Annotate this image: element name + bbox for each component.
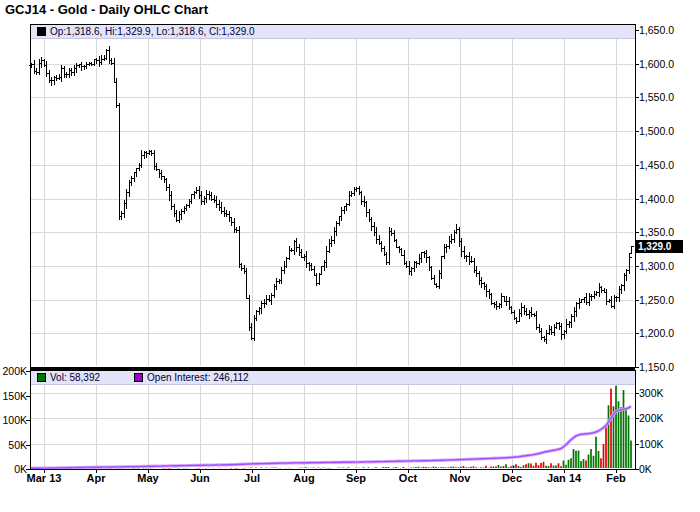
ohlc-legend-swatch — [37, 27, 46, 36]
month-label: Aug — [278, 472, 330, 484]
month-label: Mar 13 — [18, 472, 70, 484]
price-axis-label: 1,550.0 — [639, 91, 674, 103]
month-label: Oct — [382, 472, 434, 484]
price-axis-label: 1,200.0 — [639, 327, 674, 339]
chart-window: GCJ14 - Gold - Daily OHLC Chart Op:1,318… — [0, 0, 700, 512]
volume-axis-label: 150K — [1, 390, 27, 402]
month-label: Feb — [590, 472, 642, 484]
price-axis-label: 1,300.0 — [639, 260, 674, 272]
month-label: Apr — [70, 472, 122, 484]
month-label: Jan 14 — [538, 472, 590, 484]
oi-axis-label: 300K — [639, 387, 664, 399]
volume-legend-swatch — [37, 373, 46, 382]
month-label: Jun — [174, 472, 226, 484]
month-label: Sep — [330, 472, 382, 484]
month-label: Dec — [486, 472, 538, 484]
ohlc-legend-text: Op:1,318.6, Hi:1,329.9, Lo:1,318.6, Cl:1… — [50, 26, 255, 37]
month-label: Nov — [434, 472, 486, 484]
open-interest-legend-text: Open Interest: 246,112 — [147, 372, 249, 383]
ohlc-legend-bar: Op:1,318.6, Hi:1,329.9, Lo:1,318.6, Cl:1… — [31, 25, 635, 39]
volume-legend-bar: Vol: 58,392 Open Interest: 246,112 — [31, 371, 635, 385]
volume-axis-label: 200K — [1, 365, 27, 377]
price-axis-label: 1,250.0 — [639, 294, 674, 306]
volume-axis-label: 100K — [1, 414, 27, 426]
month-label: May — [122, 472, 174, 484]
price-axis-label: 1,350.0 — [639, 226, 674, 238]
volume-legend-text: Vol: 58,392 — [50, 372, 100, 383]
price-axis-label: 1,150.0 — [639, 361, 674, 373]
open-interest-legend-swatch — [134, 373, 143, 382]
oi-axis-label: 100K — [639, 438, 664, 450]
oi-axis-label: 200K — [639, 412, 664, 424]
price-axis-label: 1,600.0 — [639, 58, 674, 70]
volume-axis-label: 50K — [1, 439, 27, 451]
price-axis-label: 1,450.0 — [639, 159, 674, 171]
month-label: Jul — [226, 472, 278, 484]
last-price-marker: 1,329.0 — [636, 240, 683, 253]
price-axis-label: 1,650.0 — [639, 24, 674, 36]
ohlc-chart-canvas — [0, 0, 700, 512]
price-axis-label: 1,400.0 — [639, 193, 674, 205]
price-axis-label: 1,500.0 — [639, 125, 674, 137]
